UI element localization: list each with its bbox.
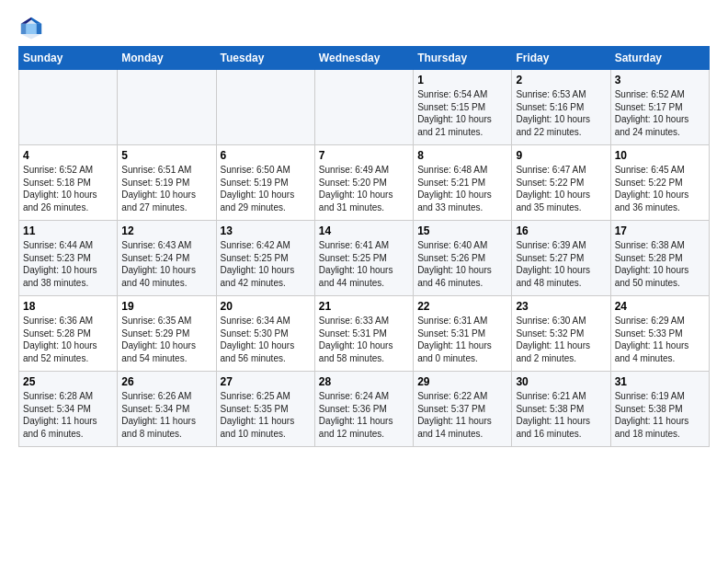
day-number: 16 bbox=[516, 224, 606, 237]
svg-marker-4 bbox=[37, 24, 42, 34]
calendar-cell: 18Sunrise: 6:36 AM Sunset: 5:28 PM Dayli… bbox=[19, 296, 118, 372]
weekday-sunday: Sunday bbox=[19, 47, 118, 70]
calendar-cell: 6Sunrise: 6:50 AM Sunset: 5:19 PM Daylig… bbox=[216, 145, 314, 221]
cell-content: Sunrise: 6:40 AM Sunset: 5:26 PM Dayligh… bbox=[417, 239, 507, 289]
calendar-body: 1Sunrise: 6:54 AM Sunset: 5:15 PM Daylig… bbox=[19, 70, 710, 447]
cell-content: Sunrise: 6:36 AM Sunset: 5:28 PM Dayligh… bbox=[23, 315, 113, 364]
cell-content: Sunrise: 6:53 AM Sunset: 5:16 PM Dayligh… bbox=[516, 88, 606, 138]
calendar-cell: 14Sunrise: 6:41 AM Sunset: 5:25 PM Dayli… bbox=[314, 221, 413, 296]
calendar-row-4: 25Sunrise: 6:28 AM Sunset: 5:34 PM Dayli… bbox=[19, 372, 710, 447]
day-number: 26 bbox=[121, 375, 211, 388]
day-number: 5 bbox=[121, 149, 211, 162]
calendar-cell: 27Sunrise: 6:25 AM Sunset: 5:35 PM Dayli… bbox=[216, 372, 314, 447]
cell-content: Sunrise: 6:33 AM Sunset: 5:31 PM Dayligh… bbox=[319, 315, 409, 364]
day-number: 24 bbox=[615, 300, 705, 313]
day-number: 10 bbox=[615, 149, 705, 162]
cell-content: Sunrise: 6:52 AM Sunset: 5:17 PM Dayligh… bbox=[615, 88, 705, 138]
weekday-header-row: SundayMondayTuesdayWednesdayThursdayFrid… bbox=[19, 47, 710, 70]
day-number: 4 bbox=[23, 149, 113, 162]
day-number: 13 bbox=[221, 224, 311, 237]
cell-content: Sunrise: 6:49 AM Sunset: 5:20 PM Dayligh… bbox=[319, 164, 409, 213]
day-number: 2 bbox=[516, 74, 606, 86]
calendar-row-3: 18Sunrise: 6:36 AM Sunset: 5:28 PM Dayli… bbox=[19, 296, 710, 372]
calendar-cell: 10Sunrise: 6:45 AM Sunset: 5:22 PM Dayli… bbox=[610, 145, 709, 221]
calendar-header: SundayMondayTuesdayWednesdayThursdayFrid… bbox=[19, 47, 710, 70]
cell-content: Sunrise: 6:45 AM Sunset: 5:22 PM Dayligh… bbox=[615, 164, 705, 213]
calendar-cell: 22Sunrise: 6:31 AM Sunset: 5:31 PM Dayli… bbox=[414, 296, 512, 372]
calendar-cell: 1Sunrise: 6:54 AM Sunset: 5:15 PM Daylig… bbox=[414, 70, 512, 145]
calendar-cell: 8Sunrise: 6:48 AM Sunset: 5:21 PM Daylig… bbox=[414, 145, 512, 221]
day-number: 30 bbox=[516, 375, 606, 388]
calendar-cell: 13Sunrise: 6:42 AM Sunset: 5:25 PM Dayli… bbox=[216, 221, 314, 296]
calendar-cell: 4Sunrise: 6:52 AM Sunset: 5:18 PM Daylig… bbox=[19, 145, 118, 221]
cell-content: Sunrise: 6:42 AM Sunset: 5:25 PM Dayligh… bbox=[221, 239, 311, 289]
calendar-cell: 31Sunrise: 6:19 AM Sunset: 5:38 PM Dayli… bbox=[610, 372, 709, 447]
cell-content: Sunrise: 6:19 AM Sunset: 5:38 PM Dayligh… bbox=[615, 390, 705, 440]
day-number: 23 bbox=[516, 300, 606, 313]
calendar-cell: 11Sunrise: 6:44 AM Sunset: 5:23 PM Dayli… bbox=[19, 221, 118, 296]
calendar-cell: 9Sunrise: 6:47 AM Sunset: 5:22 PM Daylig… bbox=[512, 145, 610, 221]
day-number: 27 bbox=[221, 375, 311, 388]
day-number: 6 bbox=[221, 149, 311, 162]
calendar-cell: 19Sunrise: 6:35 AM Sunset: 5:29 PM Dayli… bbox=[118, 296, 216, 372]
logo bbox=[18, 15, 48, 40]
weekday-saturday: Saturday bbox=[610, 47, 709, 70]
svg-marker-3 bbox=[21, 24, 27, 34]
cell-content: Sunrise: 6:31 AM Sunset: 5:31 PM Dayligh… bbox=[417, 315, 507, 364]
calendar-cell: 25Sunrise: 6:28 AM Sunset: 5:34 PM Dayli… bbox=[19, 372, 118, 447]
cell-content: Sunrise: 6:35 AM Sunset: 5:29 PM Dayligh… bbox=[121, 315, 211, 364]
cell-content: Sunrise: 6:50 AM Sunset: 5:19 PM Dayligh… bbox=[221, 164, 311, 213]
cell-content: Sunrise: 6:24 AM Sunset: 5:36 PM Dayligh… bbox=[319, 390, 409, 440]
calendar-row-2: 11Sunrise: 6:44 AM Sunset: 5:23 PM Dayli… bbox=[19, 221, 710, 296]
calendar-cell: 12Sunrise: 6:43 AM Sunset: 5:24 PM Dayli… bbox=[118, 221, 216, 296]
calendar-cell bbox=[19, 70, 118, 145]
calendar-cell bbox=[216, 70, 314, 145]
calendar-cell: 17Sunrise: 6:38 AM Sunset: 5:28 PM Dayli… bbox=[610, 221, 709, 296]
day-number: 1 bbox=[417, 74, 507, 86]
calendar-cell bbox=[118, 70, 216, 145]
calendar-cell: 3Sunrise: 6:52 AM Sunset: 5:17 PM Daylig… bbox=[610, 70, 709, 145]
day-number: 14 bbox=[319, 224, 409, 237]
weekday-monday: Monday bbox=[118, 47, 216, 70]
weekday-thursday: Thursday bbox=[414, 47, 512, 70]
svg-marker-5 bbox=[26, 24, 36, 34]
day-number: 11 bbox=[23, 224, 113, 237]
cell-content: Sunrise: 6:48 AM Sunset: 5:21 PM Dayligh… bbox=[417, 164, 507, 213]
calendar-cell: 29Sunrise: 6:22 AM Sunset: 5:37 PM Dayli… bbox=[414, 372, 512, 447]
calendar-cell: 7Sunrise: 6:49 AM Sunset: 5:20 PM Daylig… bbox=[314, 145, 413, 221]
calendar-cell bbox=[314, 70, 413, 145]
day-number: 9 bbox=[516, 149, 606, 162]
calendar-cell: 28Sunrise: 6:24 AM Sunset: 5:36 PM Dayli… bbox=[314, 372, 413, 447]
day-number: 21 bbox=[319, 300, 409, 313]
cell-content: Sunrise: 6:21 AM Sunset: 5:38 PM Dayligh… bbox=[516, 390, 606, 440]
day-number: 29 bbox=[417, 375, 507, 388]
calendar-cell: 21Sunrise: 6:33 AM Sunset: 5:31 PM Dayli… bbox=[314, 296, 413, 372]
cell-content: Sunrise: 6:38 AM Sunset: 5:28 PM Dayligh… bbox=[615, 239, 705, 289]
weekday-friday: Friday bbox=[512, 47, 610, 70]
cell-content: Sunrise: 6:26 AM Sunset: 5:34 PM Dayligh… bbox=[121, 390, 211, 440]
weekday-wednesday: Wednesday bbox=[314, 47, 413, 70]
day-number: 19 bbox=[121, 300, 211, 313]
cell-content: Sunrise: 6:29 AM Sunset: 5:33 PM Dayligh… bbox=[615, 315, 705, 364]
header-area bbox=[18, 15, 710, 40]
calendar-cell: 30Sunrise: 6:21 AM Sunset: 5:38 PM Dayli… bbox=[512, 372, 610, 447]
day-number: 22 bbox=[417, 300, 507, 313]
day-number: 17 bbox=[615, 224, 705, 237]
day-number: 12 bbox=[121, 224, 211, 237]
cell-content: Sunrise: 6:34 AM Sunset: 5:30 PM Dayligh… bbox=[221, 315, 311, 364]
cell-content: Sunrise: 6:41 AM Sunset: 5:25 PM Dayligh… bbox=[319, 239, 409, 289]
calendar-cell: 20Sunrise: 6:34 AM Sunset: 5:30 PM Dayli… bbox=[216, 296, 314, 372]
cell-content: Sunrise: 6:28 AM Sunset: 5:34 PM Dayligh… bbox=[23, 390, 113, 440]
cell-content: Sunrise: 6:39 AM Sunset: 5:27 PM Dayligh… bbox=[516, 239, 606, 289]
calendar-row-0: 1Sunrise: 6:54 AM Sunset: 5:15 PM Daylig… bbox=[19, 70, 710, 145]
day-number: 3 bbox=[615, 74, 705, 86]
cell-content: Sunrise: 6:43 AM Sunset: 5:24 PM Dayligh… bbox=[121, 239, 211, 289]
cell-content: Sunrise: 6:25 AM Sunset: 5:35 PM Dayligh… bbox=[221, 390, 311, 440]
cell-content: Sunrise: 6:47 AM Sunset: 5:22 PM Dayligh… bbox=[516, 164, 606, 213]
cell-content: Sunrise: 6:44 AM Sunset: 5:23 PM Dayligh… bbox=[23, 239, 113, 289]
calendar-table: SundayMondayTuesdayWednesdayThursdayFrid… bbox=[18, 46, 710, 447]
cell-content: Sunrise: 6:54 AM Sunset: 5:15 PM Dayligh… bbox=[417, 88, 507, 138]
day-number: 28 bbox=[319, 375, 409, 388]
logo-icon bbox=[18, 15, 44, 40]
calendar-cell: 2Sunrise: 6:53 AM Sunset: 5:16 PM Daylig… bbox=[512, 70, 610, 145]
